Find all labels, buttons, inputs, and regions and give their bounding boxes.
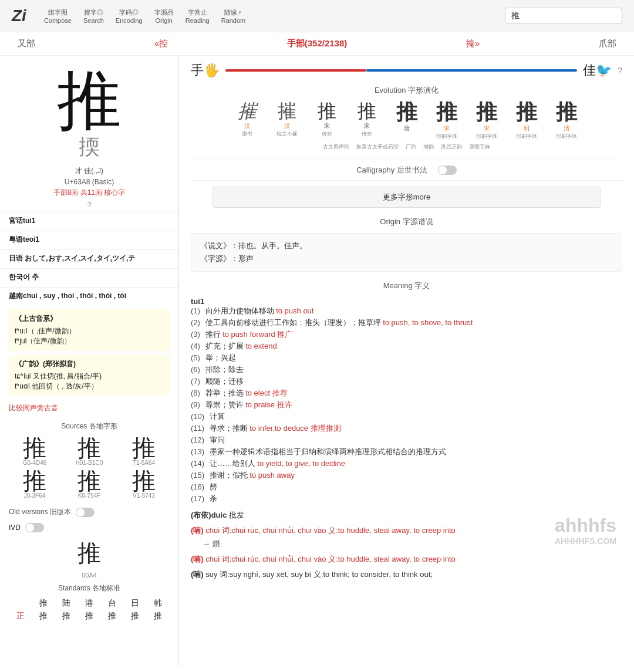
search-label: Search	[83, 17, 104, 24]
meaning-1: (1) 向外用力使物体移动 to push out	[191, 306, 622, 316]
random-label: Random	[221, 17, 246, 24]
nav-random[interactable]: 随缘♀ Random	[221, 8, 246, 24]
std-val-ri: 推	[124, 610, 147, 623]
evo-era-6: 宋	[484, 124, 490, 133]
header: Zi 组字图 Compose 搜字◎ Search 字码◎ Encoding 字…	[0, 0, 634, 32]
origin-box: 《说文》：排也。从手。佳声。 《字源》：形声	[191, 233, 622, 272]
origin-line-1: 《说文》：排也。从手。佳声。	[200, 239, 613, 252]
guangyun-entry-1: tɕʰiui 又佳切(推, 昌/脂合/平)	[15, 372, 164, 381]
source-v1: 推 V1-5743	[118, 469, 170, 499]
calligraphy-toggle[interactable]	[438, 166, 457, 175]
evo-item-4: 推 唐	[389, 102, 424, 133]
std-val-tui: 推	[32, 610, 55, 623]
origin-icon: 字源品	[154, 8, 174, 17]
std-header-gang: 港	[77, 597, 100, 610]
meaning-en-4: to extend	[245, 342, 277, 350]
evo-char-2: 推	[318, 102, 336, 120]
meaning-en-3: to push forward 推广	[222, 330, 292, 339]
radical-prev[interactable]: «控	[154, 38, 168, 49]
meaning-num-13: (13)	[191, 447, 204, 456]
evo-char-5: 推	[436, 102, 457, 123]
pron-vietnamese: 越南chui , suy , thoi , thôi , thòi , tòi	[0, 287, 178, 306]
meaning-9: (9) 尊崇；赞许 to praise 推许	[191, 400, 622, 410]
meaning-num-12: (12)	[191, 435, 204, 444]
pron-guanhua: 官话tui1	[0, 212, 178, 231]
progress-help-icon[interactable]: ?	[618, 66, 622, 75]
nav-reading[interactable]: 字音止 Reading	[186, 8, 210, 24]
char-display: 推 㨎 才 佳(.,J) U+63A8 (Basic) 手部8画 共11画 核心…	[0, 56, 178, 212]
compose-icon: 组字图	[48, 8, 68, 17]
evo-item-5: 推 宋 印刷字体	[429, 102, 464, 140]
nav-origin[interactable]: 字源品 Origin	[154, 8, 174, 24]
std-header-tui: 推	[32, 597, 55, 610]
meaning-num-7: (7)	[191, 377, 200, 386]
std-header-ri: 日	[124, 597, 147, 610]
meaning-10: (10) 计算	[191, 411, 622, 422]
evo-sub-2: 传抄	[322, 130, 332, 138]
meaning-num-9: (9)	[191, 400, 200, 409]
old-versions-toggle-row: Old versions 旧版本	[0, 504, 178, 521]
nav-encoding[interactable]: 字码◎ Encoding	[116, 8, 143, 24]
old-sound-entry-2: tʰjul（佳声/微韵）	[15, 336, 164, 346]
evo-sub-0: 康书	[242, 130, 252, 138]
pron-japanese: 日语 おして,おす,スイ,スイ,タイ,ツイ,テ	[0, 249, 178, 268]
compare-link[interactable]: 比较同声旁古音	[0, 400, 178, 417]
source-code-k0: K0-754F	[78, 492, 100, 499]
source-code-v1: V1-5743	[133, 492, 155, 499]
meaning-en-11: to infer,to deduce 推理推测	[249, 424, 340, 433]
main-character: 推	[6, 65, 173, 136]
search-input[interactable]	[505, 8, 622, 24]
evo-subnote-0: 古文四声韵	[323, 143, 349, 151]
evo-sub-3: 传抄	[362, 130, 372, 138]
more-chars-button[interactable]: 更多字形more	[213, 187, 601, 208]
pron-guanhua-label: 官话tui1	[9, 216, 170, 226]
buyi-text: 批发	[229, 511, 244, 519]
pron-cantonese-label: 粤语teoi1	[9, 235, 170, 245]
radical-right[interactable]: 爪部	[599, 38, 616, 49]
evo-char-0: 摧	[238, 102, 257, 120]
note3-section: (喃) suy 词:suy nghĩ, suy xét, suy bì 义:to…	[191, 569, 622, 580]
char-strokes[interactable]: 手部8画 共11画 核心字	[6, 188, 173, 198]
char-unicode: U+63A8 (Basic)	[6, 178, 173, 186]
evolution-title: Evolution 字形演化	[191, 85, 622, 96]
meaning-12: (12) 审问	[191, 435, 622, 445]
evo-item-6: 推 宋 印刷字体	[469, 102, 504, 140]
evo-subnote-4: 洪武正韵	[441, 143, 462, 151]
radical-left[interactable]: 又部	[18, 38, 35, 49]
evo-subnote-5: 康熙字典	[469, 143, 490, 151]
meaning-en-14: to yield, to give, to decline	[257, 459, 345, 468]
evo-era-8: 清	[564, 124, 569, 133]
calligraphy-label: Calligraphy 后世书法	[356, 165, 427, 175]
evo-era-4: 唐	[404, 124, 410, 133]
note2-section: (喃) chui 词:chui rúc, chui nhủi, chui vào…	[191, 554, 622, 565]
meaning-num-15: (15)	[191, 471, 204, 479]
help-icon[interactable]: ?	[6, 200, 173, 209]
note3-label: (喃)	[191, 570, 204, 579]
evo-era-5: 宋	[444, 124, 450, 133]
old-versions-toggle[interactable]	[76, 508, 95, 517]
sources-title: Sources 各地字形	[9, 421, 170, 431]
source-t1: 推 T1-5A64	[118, 436, 170, 466]
guangyun-title: 《广韵》(郑张拟音)	[15, 359, 164, 369]
standards-title: Standards 各地标准	[9, 583, 170, 593]
buyi-label: (布依)duic	[191, 511, 227, 519]
meaning-num-2: (2)	[191, 318, 200, 327]
ivd-toggle[interactable]	[25, 523, 44, 532]
nav-bar: 组字图 Compose 搜字◎ Search 字码◎ Encoding 字源品 …	[44, 8, 245, 24]
standards-section: Standards 各地标准 推 陆 港 台 日 韩 正 推 推 推 推	[0, 579, 178, 627]
ivd-code: 00A4	[0, 572, 178, 579]
evo-char-6: 推	[476, 102, 497, 123]
nav-search[interactable]: 搜字◎ Search	[83, 8, 104, 24]
std-val-han: 推	[147, 610, 170, 623]
evo-era-1: 汉	[284, 122, 290, 130]
old-sound-box: 《上古音系》 tʰuːl（ ,佳声/微韵） tʰjul（佳声/微韵）	[9, 309, 170, 351]
std-header-lu: 陆	[55, 597, 77, 610]
evo-sub-1: 锐文小篆	[276, 130, 298, 138]
radical-next[interactable]: 掩»	[466, 38, 480, 49]
variant-character: 㨎	[6, 133, 173, 161]
source-char-k0: 推	[77, 469, 101, 492]
nav-compose[interactable]: 组字图 Compose	[44, 8, 72, 24]
left-panel: 推 㨎 才 佳(.,J) U+63A8 (Basic) 手部8画 共11画 核心…	[0, 56, 179, 666]
evolution-section: Evolution 字形演化 摧 汉 康书 摧 汉 锐文小篆 推 宋 传抄	[191, 85, 622, 151]
radical-center: 手部(352/2138)	[287, 38, 348, 49]
